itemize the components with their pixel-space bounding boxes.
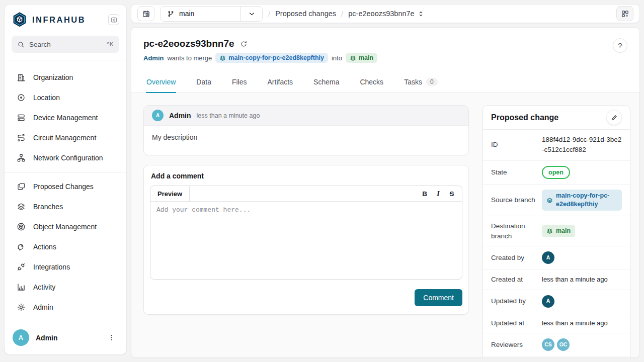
cube-icon: [17, 222, 26, 231]
branch-badge[interactable]: main-copy-for-pc-e2ed8kepfthiy: [542, 190, 622, 211]
search-icon: [17, 41, 25, 48]
avatar-group: CSOC: [542, 338, 622, 351]
tab-schema[interactable]: Schema: [313, 71, 340, 93]
panel-title: Proposed change: [491, 113, 558, 122]
comment-card: A Admin less than a minute ago My descri…: [143, 105, 469, 155]
app-title[interactable]: INFRAHUB: [32, 15, 86, 25]
sidebar-item-label: Integrations: [33, 263, 70, 271]
chart-icon: [17, 283, 26, 292]
sidebar-item-device-management[interactable]: Device Management: [5, 108, 126, 128]
source-branch-badge[interactable]: main-copy-for-pc-e2ed8kepfthiy: [215, 53, 328, 63]
detail-value: main: [542, 225, 622, 237]
detail-row-state: Stateopen: [483, 161, 630, 185]
detail-row-updated-by: Updated byA: [483, 290, 630, 313]
network-icon: [17, 153, 26, 162]
tab-label: Artifacts: [268, 78, 293, 86]
topbar: main / Proposed changes / pc-e2eoozs93bn…: [131, 4, 640, 23]
proposed-change-panel: Proposed change ID188f4d12-9dcc-921d-3be…: [482, 105, 630, 357]
breadcrumb-current[interactable]: pc-e2eoozs93bnn7e: [348, 10, 424, 18]
breadcrumb-current-label: pc-e2eoozs93bnn7e: [348, 10, 414, 18]
divider: [5, 172, 126, 172]
tab-label: Files: [232, 78, 247, 86]
sidebar-item-label: Circuit Management: [33, 134, 96, 142]
target-branch-badge[interactable]: main: [346, 53, 377, 63]
tab-overview[interactable]: Overview: [146, 71, 176, 93]
comment-timestamp: less than a minute ago: [197, 112, 260, 119]
comments-column: A Admin less than a minute ago My descri…: [143, 105, 469, 357]
sidebar-item-admin[interactable]: Admin: [5, 297, 126, 317]
comment-header: A Admin less than a minute ago: [144, 106, 468, 126]
detail-value: A: [542, 251, 622, 264]
main-panel: pc-e2eoozs93bnn7e Admin wants to merge m…: [131, 27, 640, 358]
search-input[interactable]: Search ^K: [12, 36, 119, 53]
bold-icon[interactable]: B: [419, 188, 430, 200]
apps-button[interactable]: [616, 6, 633, 21]
comment-submit-button[interactable]: Comment: [415, 289, 462, 306]
search-placeholder: Search: [29, 41, 51, 48]
rocket-icon: [17, 242, 26, 251]
detail-value: main-copy-for-pc-e2ed8kepfthiy: [542, 190, 622, 211]
sidebar-nav: OrganizationLocationDevice ManagementCir…: [5, 60, 126, 317]
sidebar-item-actions[interactable]: Actions: [5, 237, 126, 257]
detail-row-id: ID188f4d12-9dcc-921d-3be2-c512c1ccf882: [483, 130, 630, 161]
tab-checks[interactable]: Checks: [359, 71, 384, 93]
tab-data[interactable]: Data: [196, 71, 212, 93]
branch-selector[interactable]: main: [160, 6, 263, 22]
sidebar-item-location[interactable]: Location: [5, 87, 126, 108]
refresh-button[interactable]: [240, 40, 248, 48]
branch-badge[interactable]: main: [542, 225, 575, 237]
tab-tasks[interactable]: Tasks0: [404, 71, 438, 93]
avatar: A: [542, 251, 554, 264]
detail-row-source-branch: Source branch main-copy-for-pc-e2ed8kepf…: [483, 185, 630, 216]
avatar: A: [152, 110, 164, 121]
comment-body: My description: [144, 126, 468, 155]
strikethrough-icon[interactable]: S: [446, 188, 457, 200]
source-branch-label: main-copy-for-pc-e2ed8kepfthiy: [228, 54, 324, 61]
detail-value: open: [542, 166, 622, 179]
time-travel-button[interactable]: [137, 6, 154, 21]
panel-collapse-icon: [111, 17, 117, 23]
route-icon: [17, 133, 26, 142]
server-icon: [17, 113, 26, 122]
branch-badge-label: main: [556, 227, 571, 235]
help-button[interactable]: ?: [613, 38, 627, 53]
location-icon: [17, 93, 26, 102]
comment-composer: Add a comment Preview BIS Comment: [143, 165, 469, 315]
sidebar-item-network-configuration[interactable]: Network Configuration: [5, 148, 126, 168]
sidebar-item-proposed-changes[interactable]: Proposed Changes: [5, 176, 126, 197]
detail-value: less than a minute ago: [542, 318, 622, 328]
collapse-sidebar-button[interactable]: [108, 14, 119, 25]
sidebar-item-label: Location: [33, 94, 60, 102]
tab-artifacts[interactable]: Artifacts: [267, 71, 294, 93]
sidebar-item-circuit-management[interactable]: Circuit Management: [5, 128, 126, 148]
sidebar-item-activity[interactable]: Activity: [5, 277, 126, 297]
infrahub-logo-icon[interactable]: [12, 12, 28, 28]
sidebar-item-label: Proposed Changes: [33, 183, 94, 191]
layers-icon: [546, 197, 553, 204]
branch-selector-value: main: [179, 10, 194, 18]
sidebar-item-integrations[interactable]: Integrations: [5, 257, 126, 277]
comment-author: Admin: [169, 112, 191, 120]
branch-selector-caret[interactable]: [240, 7, 262, 21]
search-shortcut: ^K: [107, 41, 114, 48]
sidebar-item-organization[interactable]: Organization: [5, 67, 126, 87]
edit-button[interactable]: [606, 110, 622, 125]
sidebar-item-label: Network Configuration: [33, 154, 103, 162]
tab-preview[interactable]: Preview: [150, 186, 190, 201]
italic-icon[interactable]: I: [433, 188, 444, 200]
comment-textarea[interactable]: [150, 202, 462, 278]
breadcrumb-section[interactable]: Proposed changes: [275, 10, 336, 18]
detail-label: Destination branch: [491, 221, 542, 241]
sidebar-item-branches[interactable]: Branches: [5, 197, 126, 217]
user-menu-button[interactable]: [105, 333, 118, 342]
detail-row-updated-at: Updated atless than a minute ago: [483, 313, 630, 334]
detail-label: Source branch: [491, 195, 542, 205]
layers-icon: [546, 228, 553, 234]
detail-value: CSOC: [542, 338, 622, 351]
detail-row-approved-by: Approved by: [483, 356, 630, 357]
sidebar-item-object-management[interactable]: Object Management: [5, 217, 126, 237]
tab-files[interactable]: Files: [231, 71, 248, 93]
refresh-icon: [240, 40, 248, 48]
avatar[interactable]: A: [13, 329, 29, 346]
merge-author-link[interactable]: Admin: [143, 54, 164, 62]
